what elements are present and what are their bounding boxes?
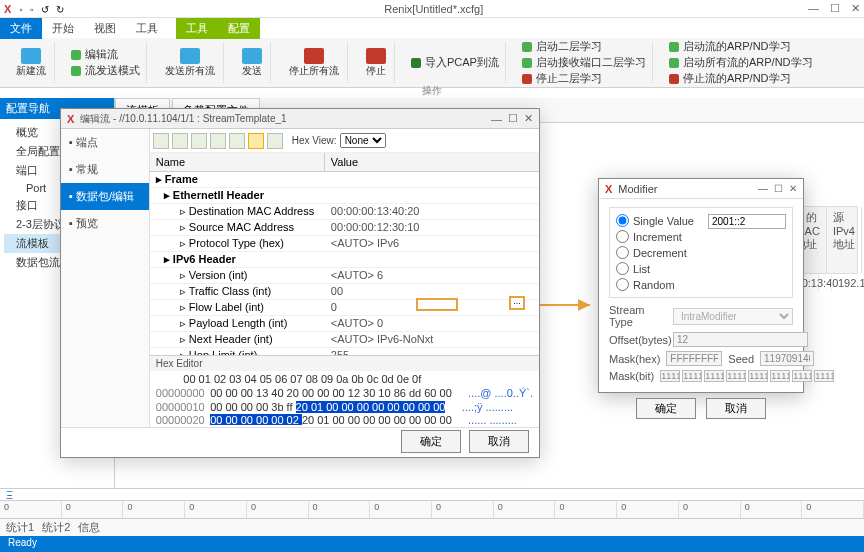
- radio-list[interactable]: List: [616, 262, 694, 275]
- modifier-maximize[interactable]: ☐: [774, 183, 783, 194]
- tree-row[interactable]: ▹ Hop Limit (int)255: [150, 348, 539, 355]
- maskbit-cell: [770, 370, 790, 382]
- tree-row[interactable]: ▸ Frame: [150, 172, 539, 188]
- grid-col-value: Value: [325, 153, 539, 171]
- app-logo: X: [4, 3, 11, 15]
- arp-stop-button[interactable]: 停止流的ARP/ND学习: [669, 71, 813, 86]
- hex-editor-label: Hex Editor: [150, 356, 539, 371]
- side-packet-edit[interactable]: ▪ 数据包/编辑: [61, 183, 149, 210]
- side-endpoints[interactable]: ▪ 端点: [61, 129, 149, 156]
- open-modifier-button[interactable]: ···: [509, 296, 525, 310]
- tab-tool-ctx[interactable]: 工具: [176, 18, 218, 39]
- grid-col-name: Name: [150, 153, 325, 171]
- tb-icon[interactable]: [191, 133, 207, 149]
- tb-icon[interactable]: [153, 133, 169, 149]
- tb-icon[interactable]: [210, 133, 226, 149]
- tree-row[interactable]: ▹ Traffic Class (int)00: [150, 284, 539, 300]
- tree-row[interactable]: ▹ Next Header (int)<AUTO> IPv6-NoNxt: [150, 332, 539, 348]
- l2-stop-button[interactable]: 停止二层学习: [522, 71, 646, 86]
- modifier-dialog: X Modifier — ☐ ✕ Single Value Increment …: [598, 178, 804, 393]
- hex-content[interactable]: 00 01 02 03 04 05 06 07 08 09 0a 0b 0c 0…: [150, 371, 539, 425]
- radio-decrement[interactable]: Decrement: [616, 246, 694, 259]
- app-titlebar: X ◦ ◦ ↺ ↻ Renix[Untitled*.xcfg] — ☐ ✕: [0, 0, 864, 18]
- arp-all-start-button[interactable]: 启动所有流的ARP/ND学习: [669, 55, 813, 70]
- radio-single-value[interactable]: Single Value: [616, 214, 694, 227]
- stream-type-select: IntraModifier: [673, 308, 793, 325]
- tab-config[interactable]: 配置: [218, 18, 260, 39]
- dialog-maximize[interactable]: ☐: [508, 112, 518, 125]
- dialog-minimize[interactable]: —: [491, 113, 502, 125]
- edit-stream-button[interactable]: 编辑流: [71, 47, 140, 62]
- tb-icon-highlight[interactable]: [248, 133, 264, 149]
- tab-view[interactable]: 视图: [84, 18, 126, 39]
- bottom-tab-stats2[interactable]: 统计2: [42, 520, 70, 535]
- packet-tree-grid[interactable]: Name Value ▸ Frame▸ EthernetII Header▹ D…: [150, 153, 539, 355]
- arp-start-button[interactable]: 启动流的ARP/ND学习: [669, 39, 813, 54]
- modifier-cancel-button[interactable]: 取消: [706, 398, 766, 419]
- qa-icon[interactable]: ◦: [19, 4, 23, 15]
- qa-icon[interactable]: ◦: [30, 4, 34, 15]
- timeline-ruler[interactable]: 00000000000000: [0, 500, 864, 518]
- quick-access-toolbar: ◦ ◦ ↺ ↻: [19, 3, 67, 15]
- modifier-close[interactable]: ✕: [789, 183, 797, 194]
- side-general[interactable]: ▪ 常规: [61, 156, 149, 183]
- stream-type-label: Stream Type: [609, 304, 667, 328]
- single-value-input[interactable]: [708, 214, 786, 229]
- send-button[interactable]: 发送: [240, 46, 264, 80]
- edit-stream-dialog: X 编辑流 - //10.0.11.104/1/1 : StreamTempla…: [60, 108, 540, 458]
- tree-row[interactable]: ▹ Flow Label (int)0: [150, 300, 539, 316]
- maskbit-cell: [726, 370, 746, 382]
- stop-button[interactable]: 停止: [364, 46, 388, 80]
- l2-start-button[interactable]: 启动二层学习: [522, 39, 646, 54]
- side-preview[interactable]: ▪ 预览: [61, 210, 149, 237]
- maskbit-cell: [682, 370, 702, 382]
- maskbit-label: Mask(bit): [609, 370, 654, 382]
- tab-tool[interactable]: 工具: [126, 18, 168, 39]
- tree-row[interactable]: ▸ IPv6 Header: [150, 252, 539, 268]
- tab-file[interactable]: 文件: [0, 18, 42, 39]
- tree-row[interactable]: ▸ EthernetII Header: [150, 188, 539, 204]
- rx-l2-start-button[interactable]: 启动接收端口二层学习: [522, 55, 646, 70]
- tree-row[interactable]: ▹ Source MAC Address00:00:00:12:30:10: [150, 220, 539, 236]
- hex-view-label: Hex View:: [292, 135, 337, 146]
- dialog-close[interactable]: ✕: [524, 112, 533, 125]
- new-stream-button[interactable]: 新建流: [14, 46, 48, 80]
- ribbon: 新建流 编辑流 流发送模式 发送所有流 发送 停止所有流 停止 导入PCAP到流…: [0, 38, 864, 88]
- tb-icon[interactable]: [229, 133, 245, 149]
- col-src-ipv4[interactable]: 源IPv4地址: [827, 207, 862, 273]
- tree-row[interactable]: ▹ Payload Length (int)<AUTO> 0: [150, 316, 539, 332]
- modifier-ok-button[interactable]: 确定: [636, 398, 696, 419]
- close-button[interactable]: ✕: [851, 2, 860, 14]
- packet-toolbar: Hex View: None: [150, 129, 539, 153]
- send-all-button[interactable]: 发送所有流: [163, 46, 217, 80]
- tb-icon[interactable]: [172, 133, 188, 149]
- qa-icon[interactable]: ↻: [56, 4, 64, 15]
- send-mode-button[interactable]: 流发送模式: [71, 63, 140, 78]
- stop-all-button[interactable]: 停止所有流: [287, 46, 341, 80]
- cell: 192.168.0.: [832, 274, 864, 292]
- modifier-title: Modifier: [618, 183, 752, 195]
- maskbit-cell: [792, 370, 812, 382]
- tab-start[interactable]: 开始: [42, 18, 84, 39]
- dialog-ok-button[interactable]: 确定: [401, 430, 461, 453]
- hex-view-select[interactable]: None: [340, 133, 386, 148]
- modifier-minimize[interactable]: —: [758, 183, 768, 194]
- tree-row[interactable]: ▹ Destination MAC Address00:00:00:13:40:…: [150, 204, 539, 220]
- dialog-cancel-button[interactable]: 取消: [469, 430, 529, 453]
- minimize-button[interactable]: —: [808, 2, 819, 14]
- dialog-title: 编辑流 - //10.0.11.104/1/1 : StreamTemplate…: [80, 112, 485, 126]
- import-pcap-button[interactable]: 导入PCAP到流: [411, 55, 499, 70]
- bottom-tab-stats1[interactable]: 统计1: [6, 520, 34, 535]
- maximize-button[interactable]: ☐: [830, 2, 840, 14]
- tree-row[interactable]: ▹ Version (int)<AUTO> 6: [150, 268, 539, 284]
- qa-icon[interactable]: ↺: [41, 4, 49, 15]
- bottom-tab-info[interactable]: 信息: [78, 520, 100, 535]
- timeline-icon[interactable]: Ξ: [0, 488, 864, 500]
- radio-increment[interactable]: Increment: [616, 230, 694, 243]
- cell: [819, 274, 832, 292]
- radio-random[interactable]: Random: [616, 278, 694, 291]
- tree-row[interactable]: ▹ Protocol Type (hex)<AUTO> IPv6: [150, 236, 539, 252]
- tb-icon[interactable]: [267, 133, 283, 149]
- ribbon-group-label: 操作: [0, 84, 864, 98]
- modifier-logo: X: [605, 183, 612, 195]
